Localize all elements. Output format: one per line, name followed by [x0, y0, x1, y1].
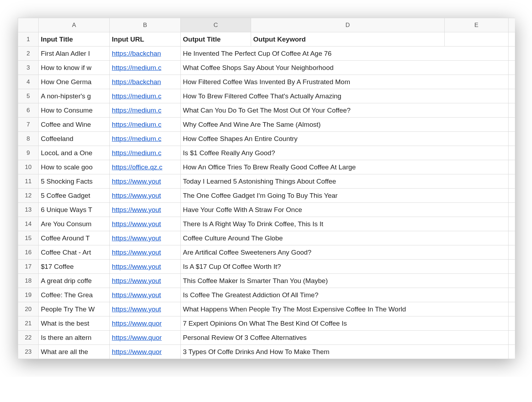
url-link[interactable]: https://www.yout	[112, 192, 161, 199]
cell[interactable]	[445, 61, 509, 75]
cell[interactable]: Input Title	[39, 32, 110, 47]
cell[interactable]: https://www.yout	[110, 302, 181, 316]
cell[interactable]: https://www.yout	[110, 189, 181, 203]
cell[interactable]: There Is A Right Way To Drink Coffee, Th…	[181, 217, 251, 231]
cell[interactable]: LocoL and a One	[39, 146, 110, 160]
cell[interactable]	[445, 47, 509, 61]
row-header[interactable]: 14	[18, 217, 39, 231]
cell[interactable]: Coffee: The Grea	[39, 288, 110, 302]
cell[interactable]	[251, 146, 445, 160]
url-link[interactable]: https://www.yout	[112, 305, 161, 313]
cell[interactable]: Is Coffee The Greatest Addiction Of All …	[181, 288, 251, 302]
row-header[interactable]: 16	[18, 245, 39, 260]
url-link[interactable]: https://www.yout	[112, 220, 161, 228]
cell[interactable]: https://www.yout	[110, 274, 181, 288]
cell[interactable]: 3 Types Of Coffe Drinks And How To Make …	[181, 345, 251, 359]
cell[interactable]: What is the best	[39, 316, 110, 331]
cell[interactable]: How Filtered Coffee Was Invented By A Fr…	[181, 75, 251, 89]
row-header[interactable]: 5	[18, 89, 39, 103]
cell[interactable]: 5 Shocking Facts	[39, 174, 110, 189]
cell[interactable]	[509, 174, 515, 189]
cell[interactable]	[445, 103, 509, 118]
select-all-corner[interactable]	[18, 18, 39, 32]
cell[interactable]	[445, 189, 509, 203]
cell[interactable]: Coffeeland	[39, 132, 110, 146]
url-link[interactable]: https://medium.c	[112, 64, 161, 71]
row-header[interactable]: 4	[18, 75, 39, 89]
cell[interactable]: https://medium.c	[110, 146, 181, 160]
cell[interactable]	[445, 203, 509, 217]
row-header[interactable]: 7	[18, 118, 39, 132]
cell[interactable]	[509, 203, 515, 217]
cell[interactable]: Output Keyword	[251, 32, 445, 47]
cell[interactable]	[509, 47, 515, 61]
url-link[interactable]: https://www.quor	[112, 348, 162, 355]
cell[interactable]: https://www.quor	[110, 331, 181, 345]
cell[interactable]: How An Office Tries To Brew Really Good …	[181, 160, 251, 174]
cell[interactable]: https://medium.c	[110, 61, 181, 75]
cell[interactable]	[445, 316, 509, 331]
cell[interactable]	[509, 32, 515, 47]
cell[interactable]: What Coffee Shops Say About Your Neighbo…	[181, 61, 251, 75]
url-link[interactable]: https://office.qz.c	[112, 163, 162, 171]
cell[interactable]: https://www.yout	[110, 288, 181, 302]
url-link[interactable]: https://backchan	[112, 78, 161, 86]
cell[interactable]: Coffee Chat - Art	[39, 245, 110, 260]
grid[interactable]: A B C D E F 1 Input Title Input URL Outp…	[18, 18, 515, 359]
cell[interactable]	[509, 75, 515, 89]
cell[interactable]	[445, 217, 509, 231]
cell[interactable]	[445, 32, 509, 47]
cell[interactable]: https://www.yout	[110, 260, 181, 274]
cell[interactable]: Coffee and Wine	[39, 118, 110, 132]
cell[interactable]: A great drip coffe	[39, 274, 110, 288]
cell[interactable]: 7 Expert Opinions On What The Best Kind …	[181, 316, 251, 331]
cell[interactable]: Today I Learned 5 Astonishing Things Abo…	[181, 174, 251, 189]
cell[interactable]: What are all the	[39, 345, 110, 359]
cell[interactable]: Personal Review Of 3 Coffee Alternatives	[181, 331, 251, 345]
row-header[interactable]: 1	[18, 32, 39, 47]
row-header[interactable]: 2	[18, 47, 39, 61]
row-header[interactable]: 11	[18, 174, 39, 189]
cell[interactable]	[445, 174, 509, 189]
cell[interactable]: Output Title	[181, 32, 251, 47]
cell[interactable]: https://www.yout	[110, 245, 181, 260]
cell[interactable]: Why Coffee And Wine Are The Same (Almost…	[181, 118, 251, 132]
cell[interactable]	[445, 245, 509, 260]
cell[interactable]	[445, 118, 509, 132]
cell[interactable]: He Invented The Perfect Cup Of Coffee At…	[181, 47, 251, 61]
row-header[interactable]: 6	[18, 103, 39, 118]
cell[interactable]: How To Brew Filtered Coffee That's Actua…	[181, 89, 251, 103]
cell[interactable]	[509, 260, 515, 274]
cell[interactable]: https://medium.c	[110, 89, 181, 103]
cell[interactable]: https://office.qz.c	[110, 160, 181, 174]
url-link[interactable]: https://www.quor	[112, 320, 162, 327]
cell[interactable]	[445, 132, 509, 146]
cell[interactable]	[509, 103, 515, 118]
cell[interactable]: How to Consume	[39, 103, 110, 118]
cell[interactable]: Is there an altern	[39, 331, 110, 345]
row-header[interactable]: 21	[18, 316, 39, 331]
cell[interactable]	[509, 316, 515, 331]
cell[interactable]	[509, 288, 515, 302]
cell[interactable]: https://www.quor	[110, 316, 181, 331]
col-header-f[interactable]: F	[509, 18, 515, 32]
cell[interactable]	[445, 146, 509, 160]
cell[interactable]	[445, 231, 509, 245]
row-header[interactable]: 12	[18, 189, 39, 203]
cell[interactable]	[445, 160, 509, 174]
cell[interactable]	[509, 302, 515, 316]
url-link[interactable]: https://www.yout	[112, 178, 161, 185]
cell[interactable]	[445, 302, 509, 316]
cell[interactable]: Coffee Around T	[39, 231, 110, 245]
cell[interactable]: First Alan Adler I	[39, 47, 110, 61]
url-link[interactable]: https://backchan	[112, 50, 161, 57]
cell[interactable]	[509, 132, 515, 146]
cell[interactable]	[509, 331, 515, 345]
cell[interactable]: The One Coffee Gadget I'm Going To Buy T…	[181, 189, 251, 203]
url-link[interactable]: https://www.yout	[112, 277, 161, 284]
url-link[interactable]: https://www.yout	[112, 249, 161, 256]
row-header[interactable]: 9	[18, 146, 39, 160]
cell[interactable]	[445, 331, 509, 345]
cell[interactable]: https://medium.c	[110, 103, 181, 118]
col-header-b[interactable]: B	[110, 18, 181, 32]
